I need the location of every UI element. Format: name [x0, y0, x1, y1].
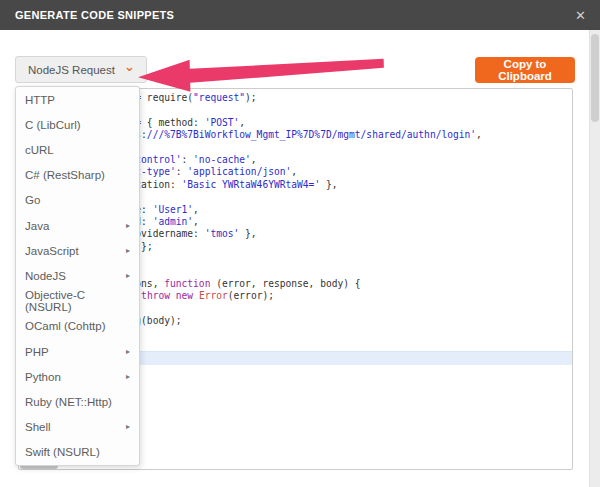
- menu-item-label: Objective-C (NSURL): [25, 289, 130, 313]
- menu-item-php[interactable]: PHP▸: [16, 339, 139, 364]
- menu-item-javascript[interactable]: JavaScript▸: [16, 238, 139, 263]
- code-line: if (error) throw new Error(error);: [66, 290, 563, 302]
- code-line: [66, 303, 563, 315]
- code-line: { username: 'User1',: [66, 204, 563, 216]
- menu-item-label: OCaml (Cohttp): [25, 320, 106, 332]
- code-line: });: [66, 327, 563, 339]
- code-line: json: true };: [66, 241, 563, 253]
- code-line: body:: [66, 191, 563, 203]
- code-line: [66, 104, 563, 116]
- menu-item-go[interactable]: Go: [16, 188, 139, 213]
- copy-to-clipboard-button[interactable]: Copy to Clipboard: [475, 57, 575, 83]
- menu-item-http[interactable]: HTTP: [16, 87, 139, 112]
- menu-item-objective-c-nsurl[interactable]: Objective-C (NSURL): [16, 289, 139, 314]
- menu-item-ruby-net-http[interactable]: Ruby (NET::Http): [16, 389, 139, 414]
- generate-code-snippets-modal: GENERATE CODE SNIPPETS ✕ NodeJS Request …: [0, 0, 600, 487]
- code-line: authorization: 'Basic YWRtaW46YWRtaW4=' …: [66, 179, 563, 191]
- code-line: headers:: [66, 142, 563, 154]
- code-line: [66, 253, 563, 265]
- menu-item-curl[interactable]: cURL: [16, 137, 139, 162]
- menu-item-label: cURL: [25, 144, 54, 156]
- menu-item-c-restsharp[interactable]: C# (RestSharp): [16, 163, 139, 188]
- menu-item-ocaml-cohttp[interactable]: OCaml (Cohttp): [16, 314, 139, 339]
- code-line: request(options, function (error, respon…: [66, 278, 563, 290]
- submenu-arrow-icon: ▸: [126, 348, 130, 356]
- menu-item-label: JavaScript: [25, 245, 79, 257]
- menu-item-label: Swift (NSURL): [25, 446, 100, 458]
- code-line: url: 'https:///%7B%7BiWorkflow_Mgmt_IP%7…: [66, 129, 563, 141]
- code-line: loginProvidername: 'tmos' },: [66, 228, 563, 240]
- code-line: var options = { method: 'POST',: [66, 117, 563, 129]
- menu-item-label: PHP: [25, 346, 49, 358]
- language-dropdown-button[interactable]: NodeJS Request ⌄: [15, 56, 147, 83]
- code-line: console.log(body);: [66, 315, 563, 327]
- code-line: { 'cache-control': 'no-cache',: [66, 154, 563, 166]
- menu-item-label: NodeJS: [25, 270, 66, 282]
- submenu-arrow-icon: ▸: [126, 222, 130, 230]
- submenu-arrow-icon: ▸: [126, 423, 130, 431]
- menu-item-nodejs[interactable]: NodeJS▸: [16, 263, 139, 288]
- menu-item-label: Python: [25, 371, 61, 383]
- page-scrollbar[interactable]: [589, 30, 600, 487]
- code-line: var request = require("request");: [66, 92, 563, 104]
- modal-header: GENERATE CODE SNIPPETS ✕: [0, 0, 600, 30]
- menu-item-c-libcurl[interactable]: C (LibCurl): [16, 112, 139, 137]
- menu-item-shell[interactable]: Shell▸: [16, 415, 139, 440]
- code-line: 'content-type': 'application/json',: [66, 166, 563, 178]
- menu-item-label: HTTP: [25, 94, 55, 106]
- menu-item-label: C (LibCurl): [25, 119, 81, 131]
- submenu-arrow-icon: ▸: [126, 247, 130, 255]
- menu-item-java[interactable]: Java▸: [16, 213, 139, 238]
- submenu-arrow-icon: ▸: [126, 373, 130, 381]
- menu-item-label: Java: [25, 220, 49, 232]
- menu-item-label: Ruby (NET::Http): [25, 396, 112, 408]
- menu-item-label: Shell: [25, 421, 51, 433]
- language-dropdown-label: NodeJS Request: [28, 64, 115, 76]
- submenu-arrow-icon: ▸: [126, 272, 130, 280]
- code-line: [66, 265, 563, 277]
- menu-item-swift-nsurl[interactable]: Swift (NSURL): [16, 440, 139, 465]
- menu-item-python[interactable]: Python▸: [16, 364, 139, 389]
- code-line: password: 'admin',: [66, 216, 563, 228]
- code-line: [66, 365, 563, 377]
- page-scrollbar-thumb[interactable]: [591, 34, 599, 122]
- menu-item-label: Go: [25, 194, 40, 206]
- close-icon[interactable]: ✕: [575, 9, 586, 22]
- modal-title: GENERATE CODE SNIPPETS: [15, 9, 174, 21]
- menu-item-label: C# (RestSharp): [25, 169, 105, 181]
- language-dropdown-menu: HTTPC (LibCurl)cURLC# (RestSharp)GoJava▸…: [15, 86, 140, 466]
